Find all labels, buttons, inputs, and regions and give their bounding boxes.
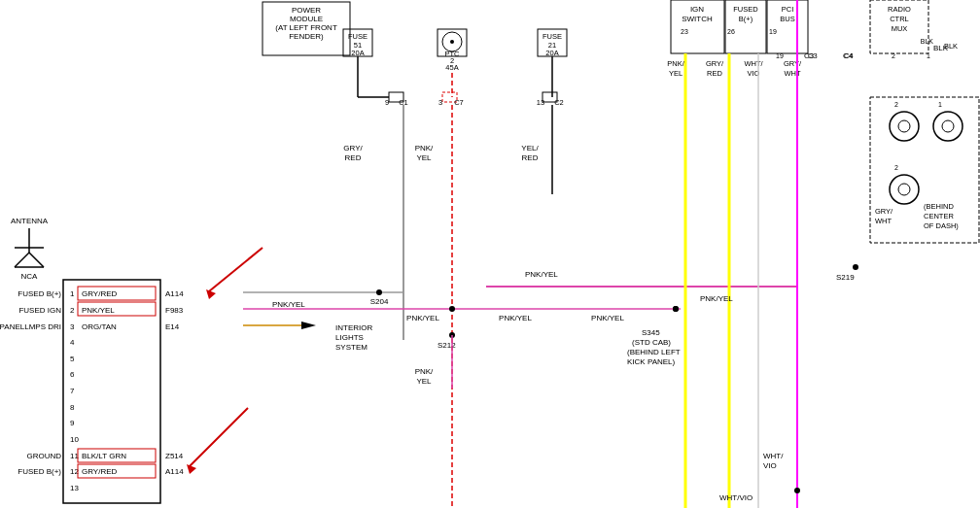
svg-text:7: 7 bbox=[70, 387, 75, 395]
svg-text:YEL: YEL bbox=[416, 153, 432, 162]
svg-text:FUSED B(+): FUSED B(+) bbox=[18, 467, 61, 476]
svg-text:S212: S212 bbox=[438, 341, 456, 350]
svg-text:19: 19 bbox=[776, 52, 784, 59]
svg-text:E14: E14 bbox=[165, 322, 180, 331]
svg-text:13: 13 bbox=[537, 98, 544, 107]
svg-text:GRY/: GRY/ bbox=[343, 144, 363, 152]
svg-text:FUSE: FUSE bbox=[348, 32, 368, 41]
svg-text:ANTENNA: ANTENNA bbox=[11, 217, 49, 225]
svg-text:C2: C2 bbox=[554, 98, 564, 107]
svg-text:GRY/: GRY/ bbox=[875, 207, 893, 216]
svg-text:FUSED: FUSED bbox=[733, 5, 758, 14]
svg-text:YEL: YEL bbox=[669, 69, 682, 78]
svg-text:23: 23 bbox=[681, 28, 688, 35]
svg-text:1: 1 bbox=[70, 289, 75, 298]
svg-text:FUSE: FUSE bbox=[542, 32, 562, 41]
svg-text:GRY/: GRY/ bbox=[706, 59, 724, 68]
svg-text:FENDER): FENDER) bbox=[289, 32, 324, 41]
svg-text:PNK/: PNK/ bbox=[415, 367, 434, 376]
wiring-diagram: POWER MODULE (AT LEFT FRONT FENDER) FUSE… bbox=[0, 0, 980, 508]
svg-text:GRY/RED: GRY/RED bbox=[82, 289, 118, 298]
svg-text:GRY/RED: GRY/RED bbox=[82, 467, 118, 476]
svg-text:S345: S345 bbox=[642, 328, 660, 337]
svg-text:WHT/: WHT/ bbox=[763, 452, 784, 460]
svg-text:PNK/: PNK/ bbox=[415, 144, 434, 152]
svg-text:S219: S219 bbox=[836, 273, 855, 282]
svg-text:5: 5 bbox=[70, 355, 75, 363]
svg-text:SWITCH: SWITCH bbox=[682, 15, 713, 23]
svg-text:PNK/YEL: PNK/YEL bbox=[82, 306, 115, 315]
svg-text:OF DASH): OF DASH) bbox=[924, 221, 959, 230]
svg-text:BLK/LT GRN: BLK/LT GRN bbox=[82, 452, 126, 460]
svg-text:FUSED B(+): FUSED B(+) bbox=[18, 289, 61, 298]
svg-text:9: 9 bbox=[385, 98, 389, 107]
svg-text:RADIO: RADIO bbox=[888, 5, 911, 14]
svg-text:4: 4 bbox=[70, 338, 75, 347]
svg-text:20A: 20A bbox=[545, 49, 558, 57]
svg-text:PNK/YEL: PNK/YEL bbox=[700, 294, 733, 303]
svg-text:MODULE: MODULE bbox=[290, 15, 323, 23]
svg-text:10: 10 bbox=[70, 435, 79, 444]
svg-text:RED: RED bbox=[707, 69, 722, 78]
svg-text:6: 6 bbox=[70, 370, 75, 379]
svg-text:LIGHTS: LIGHTS bbox=[335, 333, 364, 342]
svg-text:POWER: POWER bbox=[292, 6, 321, 15]
svg-text:1: 1 bbox=[927, 52, 930, 59]
svg-text:13: 13 bbox=[70, 484, 79, 492]
svg-text:(AT LEFT FRONT: (AT LEFT FRONT bbox=[275, 23, 337, 32]
svg-text:8: 8 bbox=[70, 403, 75, 412]
svg-text:RED: RED bbox=[345, 153, 362, 162]
svg-text:3: 3 bbox=[438, 98, 442, 107]
svg-text:BLK: BLK bbox=[921, 38, 934, 45]
svg-point-103 bbox=[376, 289, 382, 295]
svg-text:(STD CAB): (STD CAB) bbox=[632, 338, 671, 347]
svg-text:9: 9 bbox=[70, 419, 75, 427]
svg-text:RED: RED bbox=[522, 153, 539, 162]
svg-text:C3: C3 bbox=[808, 51, 818, 60]
svg-text:YEL: YEL bbox=[416, 377, 432, 386]
svg-text:IGN: IGN bbox=[690, 5, 704, 14]
svg-text:WHT/: WHT/ bbox=[744, 59, 763, 68]
svg-text:ORG/TAN: ORG/TAN bbox=[82, 322, 117, 331]
svg-text:2: 2 bbox=[70, 306, 75, 315]
svg-text:S204: S204 bbox=[370, 297, 389, 306]
svg-text:FUSED IGN: FUSED IGN bbox=[18, 306, 61, 315]
svg-text:CENTER: CENTER bbox=[924, 212, 954, 220]
svg-text:C7: C7 bbox=[454, 98, 464, 107]
svg-text:MUX: MUX bbox=[892, 24, 908, 33]
svg-text:PNK/YEL: PNK/YEL bbox=[525, 270, 558, 279]
svg-text:19: 19 bbox=[769, 28, 777, 35]
svg-point-136 bbox=[673, 306, 679, 312]
svg-text:A114: A114 bbox=[165, 467, 184, 476]
svg-text:PNK/YEL: PNK/YEL bbox=[272, 300, 305, 309]
svg-text:(BEHIND: (BEHIND bbox=[924, 202, 954, 211]
svg-text:A114: A114 bbox=[165, 289, 184, 298]
svg-text:Z514: Z514 bbox=[165, 452, 184, 460]
svg-text:1: 1 bbox=[938, 101, 942, 108]
svg-text:20A: 20A bbox=[351, 49, 364, 57]
svg-rect-0 bbox=[0, 0, 980, 508]
svg-point-12 bbox=[450, 40, 454, 44]
svg-text:VIO: VIO bbox=[763, 461, 777, 470]
svg-text:GRY/: GRY/ bbox=[784, 59, 802, 68]
svg-text:PNK/YEL: PNK/YEL bbox=[499, 314, 532, 322]
svg-text:BLK: BLK bbox=[933, 44, 949, 52]
svg-text:B(+): B(+) bbox=[739, 15, 753, 23]
svg-text:45A: 45A bbox=[445, 63, 458, 72]
svg-point-163 bbox=[794, 488, 800, 493]
svg-text:WHT: WHT bbox=[875, 217, 892, 225]
svg-text:YEL/: YEL/ bbox=[521, 144, 539, 152]
svg-text:PNK/: PNK/ bbox=[667, 59, 684, 68]
svg-point-106 bbox=[449, 306, 455, 312]
svg-text:2: 2 bbox=[894, 101, 898, 108]
svg-text:SYSTEM: SYSTEM bbox=[335, 343, 368, 352]
svg-text:26: 26 bbox=[727, 28, 735, 35]
svg-text:WHT/VIO: WHT/VIO bbox=[719, 493, 752, 502]
svg-text:WHT: WHT bbox=[784, 69, 800, 78]
svg-text:NCA: NCA bbox=[21, 272, 39, 281]
svg-text:PANELLMPS DRI: PANELLMPS DRI bbox=[0, 322, 61, 331]
svg-text:F983: F983 bbox=[165, 306, 184, 315]
svg-text:KICK PANEL): KICK PANEL) bbox=[627, 357, 676, 366]
svg-text:GROUND: GROUND bbox=[26, 452, 61, 460]
svg-text:2: 2 bbox=[894, 164, 898, 171]
